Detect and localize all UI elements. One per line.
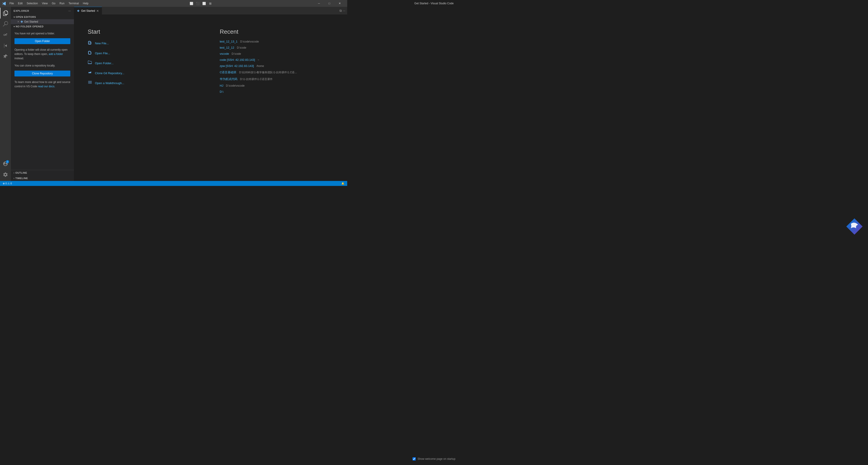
customize-layout-icon[interactable]: ⊞ [208,1,213,6]
open-file-icon [88,51,92,56]
no-folder-chevron: ▾ [13,25,15,28]
get-started-main: Start New File... [74,15,347,181]
timeline-label: TIMELINE [16,177,28,180]
read-docs-link[interactable]: read our docs. [38,85,55,88]
recent-path-6: D:\1-比特课件\1.C语言课件 [240,78,273,81]
recent-path-3: ~ [258,58,259,61]
toggle-secondary-sidebar-icon[interactable]: ⬜ [202,1,207,6]
status-bar: ⊗ 0 ⚠ 0 🔔 [0,181,347,186]
get-started-page: Start New File... [74,15,347,181]
add-folder-link[interactable]: add a folder [49,53,63,56]
recent-item-1[interactable]: test_12_12 D:\code [220,46,334,49]
outline-header[interactable]: › OUTLINE [11,170,74,175]
activity-item-extensions[interactable] [0,51,11,62]
recent-item-6[interactable]: 华为机试代码 D:\1-比特课件\1.C语言课件 [220,77,334,81]
tab-actions: ⧉ ··· [340,7,347,14]
recent-title: Recent [220,28,334,35]
menu-run[interactable]: Run [58,1,66,5]
open-editors-chevron: ▾ [13,16,15,18]
clone-repository-button[interactable]: Clone Repository [14,70,70,77]
recent-name-0: test_12_13_1 [220,40,238,43]
clone-git-icon [88,70,92,76]
recent-item-7[interactable]: HJ D:\code\vscode [220,84,334,87]
clone-git-label: Clone Git Repository... [95,71,124,75]
start-item-walkthrough[interactable]: Open a Walkthrough... [88,80,202,86]
toggle-panel-icon[interactable]: ⬛ [195,1,200,6]
tab-close-button[interactable]: ✕ [96,9,99,13]
recent-name-3: code [SSH: 42.192.83.143] [220,58,255,61]
tab-get-started[interactable]: ❖ Get Started ✕ [74,7,102,14]
status-right: 🔔 [340,182,345,185]
timeline-chevron: › [13,177,14,180]
start-item-clone-git[interactable]: Clone Git Repository... [88,70,202,77]
error-count: 0 [5,182,7,185]
timeline-header[interactable]: › TIMELINE [11,175,74,181]
recent-column: Recent test_12_13_1 D:\code\vscode test_… [220,28,334,96]
warning-count: 0 [10,182,12,185]
recent-name-6: 华为机试代码 [220,77,237,81]
recent-path-4: /home [256,64,264,68]
maximize-button[interactable]: □ [324,0,335,7]
outline-section: › OUTLINE › TIMELINE [11,170,74,181]
close-editor-icon[interactable]: ✕ [17,20,20,23]
recent-item-8[interactable]: D:\ [220,90,334,93]
recent-name-5: C语言基础班 [220,70,237,74]
menu-view[interactable]: View [40,1,50,5]
recent-item-5[interactable]: C语言基础班 D:\比特科技\1-教学服务团队\1-比特课件\1.C语... [220,70,334,75]
toggle-primary-sidebar-icon[interactable]: ⬜ [189,1,194,6]
no-folder-description: You have not yet opened a folder. [14,31,70,35]
menu-terminal[interactable]: Terminal [67,1,81,5]
no-folder-section-header[interactable]: ▾ NO FOLDER OPENED [11,24,74,29]
error-icon: ⊗ [3,182,5,185]
activity-item-accounts[interactable]: 1 [0,158,11,169]
activity-item-settings[interactable] [0,169,11,180]
recent-name-4: zpw [SSH: 42.192.83.143] [220,64,254,68]
activity-item-source-control[interactable] [0,29,11,40]
bell-icon: 🔔 [341,182,344,185]
more-actions-button[interactable]: ··· [68,8,71,13]
sidebar-actions: ··· [68,8,71,13]
more-tab-actions-icon[interactable]: ··· [343,9,345,12]
activity-item-search[interactable] [0,19,11,29]
menu-bar: File Edit Selection View Go Run Terminal… [8,1,90,5]
open-editor-get-started[interactable]: ✕ ❖ Get Started [11,19,74,24]
menu-selection[interactable]: Selection [25,1,39,5]
recent-item-4[interactable]: zpw [SSH: 42.192.83.143] /home [220,64,334,68]
split-editor-icon[interactable]: ⧉ [340,9,342,13]
status-notifications[interactable]: 🔔 [340,182,345,185]
menu-go[interactable]: Go [50,1,57,5]
recent-name-7: HJ [220,84,223,87]
activity-item-run-debug[interactable] [0,40,11,51]
start-item-new-file[interactable]: New File... [88,40,202,47]
no-folder-section: You have not yet opened a folder. Open F… [11,29,74,170]
menu-file[interactable]: File [8,1,16,5]
activity-bar: 1 [0,7,11,181]
recent-name-8: D:\ [220,90,223,93]
minimize-button[interactable]: ─ [314,0,324,7]
status-errors[interactable]: ⊗ 0 ⚠ 0 [2,182,13,185]
menu-help[interactable]: Help [81,1,90,5]
outline-label: OUTLINE [16,171,27,174]
activity-item-explorer[interactable] [0,8,11,19]
recent-item-2[interactable]: vscode D:\code [220,52,334,55]
editor-name: Get Started [24,20,38,23]
recent-path-1: D:\code [237,46,246,49]
get-started-columns: Start New File... [88,28,334,96]
recent-item-3[interactable]: code [SSH: 42.192.83.143] ~ [220,58,334,61]
start-item-open-file[interactable]: Open File... [88,50,202,57]
recent-item-0[interactable]: test_12_13_1 D:\code\vscode [220,40,334,43]
recent-path-7: D:\code\vscode [226,84,245,87]
clone-description: You can clone a repository locally. [14,63,70,68]
recent-name-1: test_12_12 [220,46,234,49]
vscode-icon: ❖ [20,20,23,24]
warning-icon: ⚠ [7,182,10,185]
close-button[interactable]: ✕ [335,0,345,7]
menu-edit[interactable]: Edit [16,1,24,5]
open-folder-label: Open Folder... [95,61,114,65]
start-column: Start New File... [88,28,202,96]
main-content: ❖ Get Started ✕ ⧉ ··· Start [74,7,347,181]
tab-bar: ❖ Get Started ✕ ⧉ ··· [74,7,347,15]
start-item-open-folder[interactable]: Open Folder... [88,60,202,66]
open-editors-section-header[interactable]: ▾ OPEN EDITORS [11,15,74,19]
open-folder-button[interactable]: Open Folder [14,38,70,44]
